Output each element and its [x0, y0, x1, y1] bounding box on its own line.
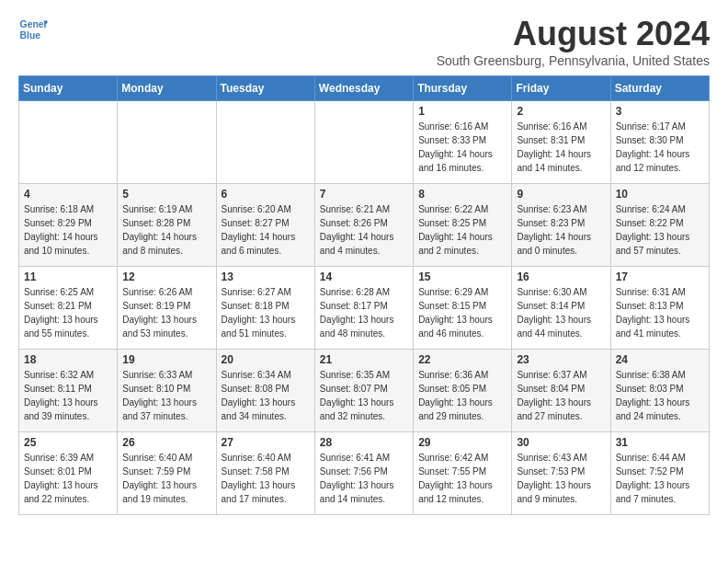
calendar-cell: 29Sunrise: 6:42 AM Sunset: 7:55 PM Dayli…	[414, 432, 512, 515]
calendar-cell: 19Sunrise: 6:33 AM Sunset: 8:10 PM Dayli…	[118, 350, 216, 432]
calendar-cell: 26Sunrise: 6:40 AM Sunset: 7:59 PM Dayli…	[118, 432, 216, 515]
calendar-cell	[118, 101, 216, 184]
day-number: 22	[418, 353, 506, 366]
svg-text:General: General	[20, 19, 48, 29]
day-number: 8	[418, 188, 506, 201]
calendar-cell: 14Sunrise: 6:28 AM Sunset: 8:17 PM Dayli…	[314, 267, 413, 350]
day-info: Sunrise: 6:20 AM Sunset: 8:27 PM Dayligh…	[222, 202, 310, 258]
page-header: General Blue August 2024 South Greensbur…	[18, 15, 710, 68]
calendar-cell: 6Sunrise: 6:20 AM Sunset: 8:27 PM Daylig…	[216, 184, 314, 267]
calendar-cell: 18Sunrise: 6:32 AM Sunset: 8:11 PM Dayli…	[19, 350, 118, 432]
day-info: Sunrise: 6:25 AM Sunset: 8:21 PM Dayligh…	[24, 285, 112, 340]
calendar-cell: 8Sunrise: 6:22 AM Sunset: 8:25 PM Daylig…	[414, 184, 512, 267]
calendar-cell: 10Sunrise: 6:24 AM Sunset: 8:22 PM Dayli…	[610, 184, 709, 267]
day-info: Sunrise: 6:32 AM Sunset: 8:11 PM Dayligh…	[24, 368, 112, 423]
calendar-cell: 17Sunrise: 6:31 AM Sunset: 8:13 PM Dayli…	[610, 267, 709, 350]
calendar-cell: 28Sunrise: 6:41 AM Sunset: 7:56 PM Dayli…	[314, 432, 413, 515]
day-number: 18	[24, 353, 112, 366]
location: South Greensburg, Pennsylvania, United S…	[437, 53, 710, 68]
calendar-cell: 13Sunrise: 6:27 AM Sunset: 8:18 PM Dayli…	[216, 267, 314, 350]
weekday-header: Saturday	[610, 76, 709, 101]
calendar-cell: 11Sunrise: 6:25 AM Sunset: 8:21 PM Dayli…	[19, 267, 118, 350]
weekday-header: Friday	[512, 76, 610, 101]
day-number: 7	[320, 188, 408, 201]
day-info: Sunrise: 6:18 AM Sunset: 8:29 PM Dayligh…	[24, 202, 112, 258]
calendar-cell: 27Sunrise: 6:40 AM Sunset: 7:58 PM Dayli…	[216, 432, 314, 515]
weekday-header: Sunday	[19, 76, 118, 101]
day-number: 21	[320, 353, 408, 366]
day-number: 24	[616, 353, 704, 366]
day-number: 28	[320, 436, 408, 449]
day-info: Sunrise: 6:19 AM Sunset: 8:28 PM Dayligh…	[122, 202, 210, 258]
day-info: Sunrise: 6:29 AM Sunset: 8:15 PM Dayligh…	[418, 285, 506, 340]
calendar-cell: 3Sunrise: 6:17 AM Sunset: 8:30 PM Daylig…	[610, 101, 709, 184]
day-info: Sunrise: 6:27 AM Sunset: 8:18 PM Dayligh…	[222, 285, 310, 340]
day-info: Sunrise: 6:23 AM Sunset: 8:23 PM Dayligh…	[517, 202, 605, 258]
calendar-cell	[314, 101, 413, 184]
day-number: 16	[517, 270, 605, 283]
calendar-cell	[19, 101, 118, 184]
day-info: Sunrise: 6:34 AM Sunset: 8:08 PM Dayligh…	[222, 368, 310, 423]
day-info: Sunrise: 6:21 AM Sunset: 8:26 PM Dayligh…	[320, 202, 408, 258]
day-number: 4	[24, 188, 112, 201]
day-number: 10	[616, 188, 704, 201]
logo: General Blue	[18, 15, 48, 44]
calendar-cell: 25Sunrise: 6:39 AM Sunset: 8:01 PM Dayli…	[19, 432, 118, 515]
day-info: Sunrise: 6:24 AM Sunset: 8:22 PM Dayligh…	[616, 202, 704, 258]
calendar-cell: 21Sunrise: 6:35 AM Sunset: 8:07 PM Dayli…	[314, 350, 413, 432]
day-number: 9	[517, 188, 605, 201]
calendar-cell	[216, 101, 314, 184]
day-info: Sunrise: 6:39 AM Sunset: 8:01 PM Dayligh…	[24, 451, 112, 506]
day-info: Sunrise: 6:37 AM Sunset: 8:04 PM Dayligh…	[517, 368, 605, 423]
day-info: Sunrise: 6:16 AM Sunset: 8:33 PM Dayligh…	[418, 120, 506, 175]
title-block: August 2024 South Greensburg, Pennsylvan…	[437, 15, 710, 68]
day-number: 30	[517, 436, 605, 449]
day-number: 27	[222, 436, 310, 449]
day-info: Sunrise: 6:33 AM Sunset: 8:10 PM Dayligh…	[122, 368, 210, 423]
logo-icon: General Blue	[18, 15, 48, 44]
calendar-cell: 9Sunrise: 6:23 AM Sunset: 8:23 PM Daylig…	[512, 184, 610, 267]
calendar-cell: 4Sunrise: 6:18 AM Sunset: 8:29 PM Daylig…	[19, 184, 118, 267]
day-number: 1	[418, 105, 506, 118]
calendar-cell: 31Sunrise: 6:44 AM Sunset: 7:52 PM Dayli…	[610, 432, 709, 515]
day-info: Sunrise: 6:17 AM Sunset: 8:30 PM Dayligh…	[616, 120, 704, 175]
day-number: 25	[24, 436, 112, 449]
day-number: 26	[122, 436, 210, 449]
day-number: 5	[122, 188, 210, 201]
day-info: Sunrise: 6:28 AM Sunset: 8:17 PM Dayligh…	[320, 285, 408, 340]
day-number: 3	[616, 105, 704, 118]
day-info: Sunrise: 6:43 AM Sunset: 7:53 PM Dayligh…	[517, 451, 605, 506]
weekday-header: Tuesday	[216, 76, 314, 101]
calendar-cell: 1Sunrise: 6:16 AM Sunset: 8:33 PM Daylig…	[414, 101, 512, 184]
day-number: 12	[122, 270, 210, 283]
day-info: Sunrise: 6:38 AM Sunset: 8:03 PM Dayligh…	[616, 368, 704, 423]
calendar-cell: 15Sunrise: 6:29 AM Sunset: 8:15 PM Dayli…	[414, 267, 512, 350]
day-number: 6	[222, 188, 310, 201]
calendar-cell: 24Sunrise: 6:38 AM Sunset: 8:03 PM Dayli…	[610, 350, 709, 432]
calendar-cell: 7Sunrise: 6:21 AM Sunset: 8:26 PM Daylig…	[314, 184, 413, 267]
day-number: 19	[122, 353, 210, 366]
calendar-cell: 5Sunrise: 6:19 AM Sunset: 8:28 PM Daylig…	[118, 184, 216, 267]
day-number: 31	[616, 436, 704, 449]
day-info: Sunrise: 6:36 AM Sunset: 8:05 PM Dayligh…	[418, 368, 506, 423]
weekday-header: Wednesday	[314, 76, 413, 101]
day-info: Sunrise: 6:16 AM Sunset: 8:31 PM Dayligh…	[517, 120, 605, 175]
day-info: Sunrise: 6:40 AM Sunset: 7:58 PM Dayligh…	[222, 451, 310, 506]
day-number: 15	[418, 270, 506, 283]
calendar-cell: 12Sunrise: 6:26 AM Sunset: 8:19 PM Dayli…	[118, 267, 216, 350]
month-title: August 2024	[437, 15, 710, 53]
day-info: Sunrise: 6:40 AM Sunset: 7:59 PM Dayligh…	[122, 451, 210, 506]
day-number: 11	[24, 270, 112, 283]
day-info: Sunrise: 6:44 AM Sunset: 7:52 PM Dayligh…	[616, 451, 704, 506]
day-info: Sunrise: 6:31 AM Sunset: 8:13 PM Dayligh…	[616, 285, 704, 340]
day-number: 2	[517, 105, 605, 118]
day-info: Sunrise: 6:30 AM Sunset: 8:14 PM Dayligh…	[517, 285, 605, 340]
day-info: Sunrise: 6:41 AM Sunset: 7:56 PM Dayligh…	[320, 451, 408, 506]
day-info: Sunrise: 6:22 AM Sunset: 8:25 PM Dayligh…	[418, 202, 506, 258]
calendar-cell: 22Sunrise: 6:36 AM Sunset: 8:05 PM Dayli…	[414, 350, 512, 432]
calendar-cell: 16Sunrise: 6:30 AM Sunset: 8:14 PM Dayli…	[512, 267, 610, 350]
day-info: Sunrise: 6:42 AM Sunset: 7:55 PM Dayligh…	[418, 451, 506, 506]
day-number: 14	[320, 270, 408, 283]
calendar-cell: 23Sunrise: 6:37 AM Sunset: 8:04 PM Dayli…	[512, 350, 610, 432]
weekday-header: Thursday	[414, 76, 512, 101]
